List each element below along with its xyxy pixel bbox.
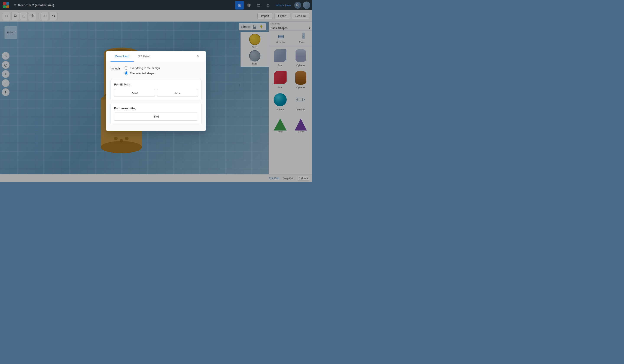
for-lasercutting-section: For Lasercutting .SVG bbox=[110, 103, 202, 124]
radio-everything-input[interactable] bbox=[125, 66, 128, 70]
download-modal: Download 3D Print × Include Everything i… bbox=[106, 51, 206, 131]
tab-3dprint[interactable]: 3D Print bbox=[134, 51, 154, 62]
modal-close-button[interactable]: × bbox=[195, 53, 202, 60]
radio-selected-input[interactable] bbox=[125, 71, 128, 75]
lasercutting-buttons: .SVG bbox=[114, 113, 198, 120]
radio-options: Everything in the design. The selected s… bbox=[125, 66, 160, 75]
for-3d-print-section: For 3D Print .OBJ .STL bbox=[110, 79, 202, 100]
radio-everything[interactable]: Everything in the design. bbox=[125, 66, 160, 70]
modal-body: Include Everything in the design. The se… bbox=[106, 62, 206, 131]
modal-overlay[interactable]: Download 3D Print × Include Everything i… bbox=[0, 0, 312, 182]
tab-download[interactable]: Download bbox=[110, 51, 134, 62]
for-lasercutting-title: For Lasercutting bbox=[114, 107, 198, 110]
include-label: Include bbox=[110, 66, 120, 70]
include-section: Include Everything in the design. The se… bbox=[110, 66, 202, 75]
for-3d-print-title: For 3D Print bbox=[114, 83, 198, 86]
3d-print-buttons: .OBJ .STL bbox=[114, 89, 198, 97]
radio-selected-label: The selected shape. bbox=[130, 72, 155, 75]
obj-download-button[interactable]: .OBJ bbox=[114, 89, 155, 97]
modal-tabs: Download 3D Print × bbox=[106, 51, 206, 62]
radio-selected[interactable]: The selected shape. bbox=[125, 71, 160, 75]
stl-download-button[interactable]: .STL bbox=[157, 89, 198, 97]
svg-download-button[interactable]: .SVG bbox=[114, 113, 198, 120]
radio-everything-label: Everything in the design. bbox=[130, 67, 160, 70]
